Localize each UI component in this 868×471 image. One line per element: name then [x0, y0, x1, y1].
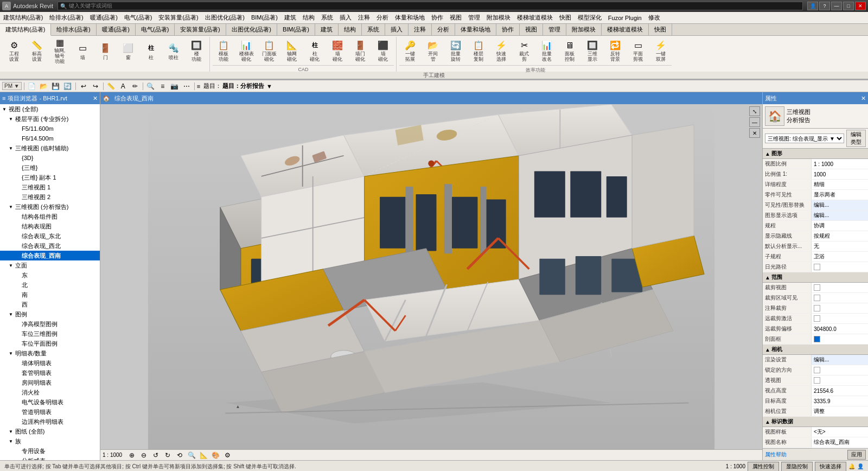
- new-btn[interactable]: 📄: [27, 81, 37, 91]
- tree-item[interactable]: 边涯构件明细表: [0, 417, 100, 427]
- menu-plumbing[interactable]: 给排水(品著): [46, 12, 86, 23]
- user-icon[interactable]: 👤: [857, 463, 864, 469]
- tab-collab[interactable]: 协作: [496, 24, 520, 35]
- restore-btn[interactable]: □: [843, 2, 854, 10]
- minimize-btn[interactable]: —: [831, 2, 842, 10]
- tab-drawopt[interactable]: 出图优化(品著): [226, 24, 277, 35]
- close-btn[interactable]: ✕: [855, 2, 866, 10]
- tree-item[interactable]: 净高模型图例: [0, 319, 100, 329]
- tree-item[interactable]: 房间明细表: [0, 378, 100, 387]
- tree-item[interactable]: 结构各组件图: [0, 212, 100, 221]
- tab-analyze[interactable]: 分析: [432, 24, 455, 35]
- open-manage-btn[interactable]: 📂 开间管: [422, 38, 444, 64]
- section-box-checkbox[interactable]: [814, 336, 820, 342]
- settings-view-btn[interactable]: ⚙: [222, 450, 233, 460]
- tab-hvac[interactable]: 暖通(品著): [97, 24, 136, 35]
- wall-btn[interactable]: ▭ 墙: [72, 38, 93, 64]
- menu-fuzor[interactable]: Fuzor Plugin: [605, 14, 645, 22]
- floor-btn[interactable]: 🔲 楼功能: [186, 38, 207, 64]
- tab-struct[interactable]: 结构: [339, 24, 362, 35]
- menu-electrical[interactable]: 电气(品著): [121, 12, 155, 23]
- quick-sel-btn[interactable]: ⚡ 快速选择: [490, 38, 512, 64]
- sync-btn[interactable]: 🔄: [62, 81, 73, 91]
- open-btn[interactable]: 📂: [39, 81, 49, 91]
- tree-item[interactable]: {三维}: [0, 163, 100, 173]
- tree-item[interactable]: 套管明细表: [0, 368, 100, 378]
- prop-val-vis-graph[interactable]: 编辑...: [812, 200, 868, 210]
- zoom-out-btn[interactable]: ⊖: [138, 450, 149, 460]
- tree-item[interactable]: 车位平面图例: [0, 339, 100, 348]
- perspective-checkbox[interactable]: [814, 377, 820, 384]
- user-btn[interactable]: 👤: [807, 2, 818, 10]
- view-ctrl-minimize[interactable]: —: [749, 117, 760, 127]
- tab-electric[interactable]: 电气(品著): [136, 24, 175, 35]
- tree-item[interactable]: 管道明细表: [0, 407, 100, 417]
- ann-crop-checkbox[interactable]: [814, 305, 820, 311]
- menu-system[interactable]: 系统: [318, 12, 336, 23]
- crop-vis-checkbox[interactable]: [814, 295, 820, 301]
- more-btn[interactable]: ⋯: [181, 81, 192, 91]
- quick-sel-status-btn[interactable]: 快速选择: [815, 462, 846, 472]
- detail-btn[interactable]: ✏: [130, 81, 141, 91]
- prop-control-btn[interactable]: 属性控制: [748, 462, 779, 472]
- menu-stair[interactable]: 楼梯坡道模块: [514, 12, 556, 23]
- trim-btn[interactable]: ✂ 裁式剪: [513, 38, 535, 64]
- menu-analyze[interactable]: 分析: [373, 12, 392, 23]
- floor-tile-btn[interactable]: ⬛ 墙砌化: [372, 38, 394, 64]
- tree-item[interactable]: F5/11.600m: [0, 124, 100, 133]
- tab-install[interactable]: 安装算量(品著): [175, 24, 226, 35]
- save-btn[interactable]: 💾: [50, 81, 61, 91]
- tree-item[interactable]: 西: [0, 300, 100, 309]
- tree-item[interactable]: 南: [0, 290, 100, 300]
- prop-val-lock-dir[interactable]: [812, 365, 868, 375]
- redo-btn[interactable]: ↪: [90, 81, 101, 91]
- dual-screen-btn[interactable]: ⚡ 一键双屏: [650, 38, 672, 64]
- tab-insert[interactable]: 插入: [385, 24, 409, 35]
- grid-btn[interactable]: ▦ 轴网,轴号功能: [49, 38, 71, 64]
- render-btn[interactable]: 🎨: [210, 450, 221, 460]
- panel-ctrl-btn[interactable]: 🖥 面板控制: [559, 38, 580, 64]
- snapshot-btn[interactable]: 📷: [169, 81, 180, 91]
- prop-type-dropdown[interactable]: 三维视图: 综合表现_显示 ▼: [765, 133, 844, 143]
- prop-edit-type-btn[interactable]: 编辑类型: [846, 130, 866, 147]
- prop-val-graph-disp[interactable]: 编辑...: [812, 211, 868, 220]
- tab-architecture[interactable]: 建筑结构(品著): [0, 24, 51, 36]
- tab-build[interactable]: 建筑: [315, 24, 339, 35]
- prop-val-sun-path[interactable]: [812, 262, 868, 272]
- tab-quick[interactable]: 快图: [649, 24, 672, 35]
- menu-install[interactable]: 安装算量(品著): [155, 12, 201, 23]
- view-filter-btn[interactable]: 🔍: [145, 81, 156, 91]
- undo-view-btn[interactable]: ↺: [150, 450, 161, 460]
- menu-modelin[interactable]: 模型深化: [575, 12, 605, 23]
- tree-item[interactable]: F6/14.500m: [0, 133, 100, 143]
- door-panel-btn[interactable]: 📋 门面板砌化: [258, 38, 280, 64]
- tab-view[interactable]: 视图: [520, 24, 543, 35]
- menu-modify[interactable]: 修改: [645, 12, 663, 23]
- view-ctrl-expand[interactable]: ⤡: [749, 106, 760, 116]
- prop-section-identity[interactable]: ▲ 标识数据: [763, 417, 868, 427]
- axis-tile-btn[interactable]: 📐 轴网砌化: [281, 38, 303, 64]
- menu-mass[interactable]: 体量和场地: [392, 12, 428, 23]
- menu-manage[interactable]: 管理: [465, 12, 483, 23]
- spray-btn[interactable]: 🔩 喷柱: [163, 38, 184, 64]
- tree-item[interactable]: {3D}: [0, 153, 100, 163]
- prop-val-crop-vis[interactable]: [812, 293, 868, 303]
- help-btn[interactable]: ?: [819, 2, 830, 10]
- 3d-show-btn[interactable]: 🔲 三维显示: [582, 38, 603, 64]
- tree-item[interactable]: 东: [0, 270, 100, 280]
- tab-mass[interactable]: 体量和场地: [455, 24, 496, 35]
- tab-manage[interactable]: 管理: [543, 24, 566, 35]
- prop-section-graphics[interactable]: ▲ 图形: [763, 149, 868, 159]
- tree-item[interactable]: ▼图例: [0, 309, 100, 319]
- tab-plumbing[interactable]: 给排水(品著): [51, 24, 96, 35]
- col-tile-btn[interactable]: 柱 柱砌化: [304, 38, 326, 64]
- tab-sys[interactable]: 系统: [362, 24, 385, 35]
- fit-view-btn[interactable]: ⟲: [174, 450, 185, 460]
- tree-item[interactable]: {三维} 副本 1: [0, 173, 100, 182]
- tree-item[interactable]: 消火栓: [0, 387, 100, 397]
- tree-item[interactable]: 北: [0, 280, 100, 290]
- thin-lines-btn[interactable]: ≡: [157, 81, 168, 91]
- tree-item[interactable]: 墙体明细表: [0, 358, 100, 368]
- menu-hvac[interactable]: 暖通(品著): [87, 12, 121, 23]
- prop-val-crop-view[interactable]: [812, 283, 868, 292]
